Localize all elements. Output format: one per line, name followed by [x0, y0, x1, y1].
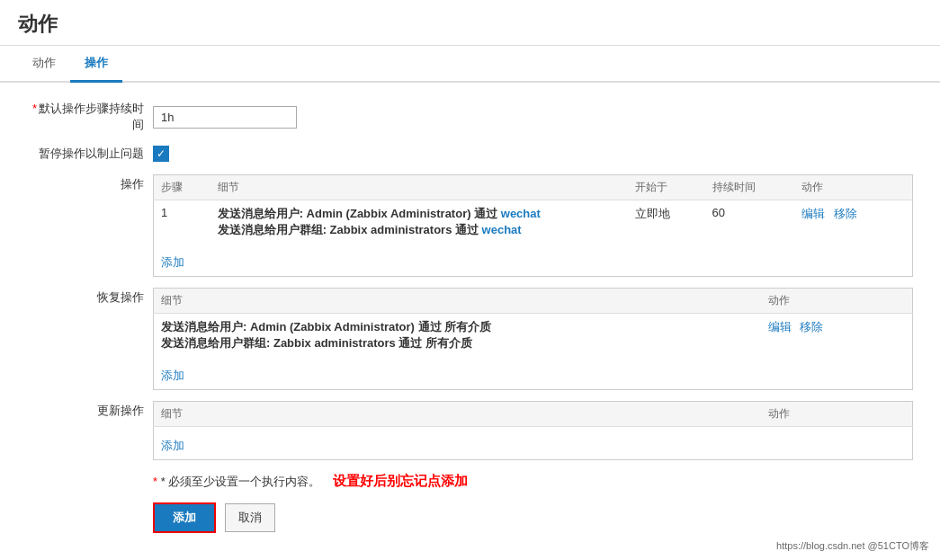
detail-line1-prefix: 发送消息给用户: Admin (Zabbix Administrator) 通过	[218, 207, 501, 220]
pause-checkbox[interactable]	[153, 146, 169, 162]
recovery-detail-line1: 发送消息给用户: Admin (Zabbix Administrator) 通过…	[161, 320, 491, 333]
default-duration-input[interactable]	[153, 106, 297, 129]
table-row: 1 发送消息给用户: Admin (Zabbix Administrator) …	[154, 200, 913, 244]
tabs-bar: 动作 操作	[0, 46, 940, 83]
cancel-button[interactable]: 取消	[225, 503, 275, 532]
remove-link[interactable]: 移除	[834, 207, 857, 220]
tab-operations[interactable]: 操作	[70, 46, 122, 83]
update-table: 细节 动作 添加	[153, 401, 913, 460]
warning-text: * * 必须至少设置一个执行内容。	[153, 474, 320, 490]
wechat-link-1[interactable]: wechat	[501, 207, 541, 220]
hint-text: 设置好后别忘记点添加	[333, 473, 468, 490]
default-duration-label: *默认操作步骤持续时间	[27, 101, 153, 133]
start-at-value: 立即地	[628, 200, 705, 244]
duration-value: 60	[705, 200, 795, 244]
wechat-link-2[interactable]: wechat	[482, 223, 522, 236]
recovery-row-actions: 编辑 移除	[761, 314, 913, 358]
operations-section-label: 操作	[27, 174, 153, 192]
recovery-col-detail: 细节	[154, 289, 761, 314]
update-add-link[interactable]: 添加	[161, 438, 184, 454]
col-start-at: 开始于	[628, 175, 705, 200]
required-star: *	[32, 102, 37, 115]
col-duration: 持续时间	[705, 175, 795, 200]
recovery-detail-cell: 发送消息给用户: Admin (Zabbix Administrator) 通过…	[154, 314, 761, 358]
recovery-row: 发送消息给用户: Admin (Zabbix Administrator) 通过…	[154, 314, 913, 358]
col-step: 步骤	[154, 175, 210, 200]
recovery-detail-line2: 发送消息给用户群组: Zabbix administrators 通过 所有介质	[161, 336, 472, 350]
recovery-edit-link[interactable]: 编辑	[768, 320, 792, 333]
row-actions: 编辑 移除	[794, 200, 912, 244]
update-section-label: 更新操作	[27, 401, 153, 419]
operations-table: 步骤 细节 开始于 持续时间 动作 1 发送消息给用户: Adm	[153, 174, 913, 277]
recovery-table: 细节 动作 发送消息给用户: Admin (Zabbix Administrat…	[153, 288, 913, 390]
detail-line2-prefix: 发送消息给用户群组: Zabbix administrators 通过	[218, 223, 482, 236]
tab-actions[interactable]: 动作	[18, 46, 70, 83]
warning-star: *	[153, 475, 161, 488]
operations-add-link[interactable]: 添加	[161, 254, 184, 271]
detail-cell: 发送消息给用户: Admin (Zabbix Administrator) 通过…	[210, 200, 628, 244]
update-col-action: 动作	[761, 402, 913, 427]
add-row: 添加	[154, 244, 913, 277]
recovery-add-link[interactable]: 添加	[161, 368, 184, 384]
watermark: https://blog.csdn.net @51CTO博客	[776, 539, 929, 553]
col-action: 动作	[794, 175, 912, 200]
step-number: 1	[154, 200, 210, 244]
recovery-add-row: 添加	[154, 357, 913, 390]
recovery-col-action: 动作	[761, 289, 913, 314]
recovery-remove-link[interactable]: 移除	[800, 320, 823, 333]
pause-label: 暂停操作以制止问题	[27, 146, 153, 162]
update-col-detail: 细节	[154, 402, 761, 427]
recovery-section-label: 恢复操作	[27, 288, 153, 306]
edit-link[interactable]: 编辑	[801, 207, 825, 220]
add-button[interactable]: 添加	[153, 502, 216, 533]
update-add-row: 添加	[154, 427, 913, 460]
col-detail: 细节	[210, 175, 628, 200]
page-title: 动作	[18, 11, 922, 38]
